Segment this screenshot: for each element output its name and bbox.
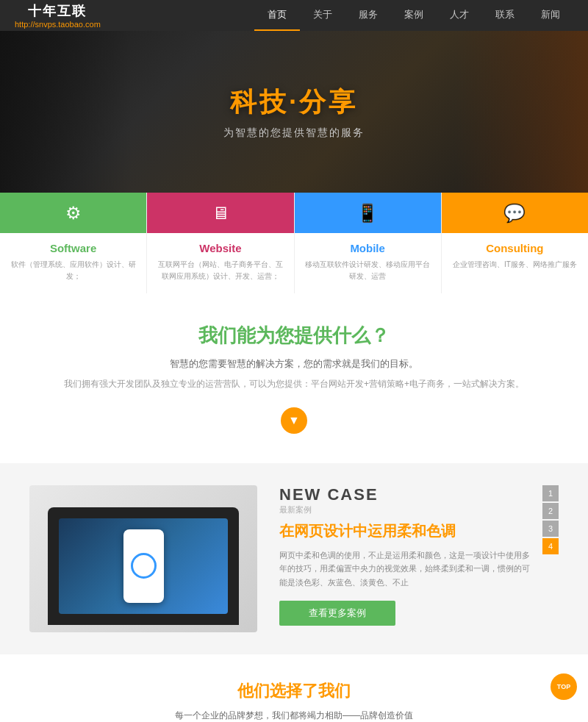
back-to-top-button[interactable]: TOP: [551, 673, 577, 700]
software-body: Software 软件（管理系统、应用软件）设计、研发；: [0, 233, 146, 293]
header: 十年互联 http://snvps.taobao.com 首页 关于 服务 案例…: [0, 0, 588, 31]
logo-url: http://snvps.taobao.com: [15, 20, 101, 29]
newcase-label: NEW CASE: [279, 485, 535, 504]
mobile-body: Mobile 移动互联软件设计研发、移动应用平台研发、运营: [295, 233, 441, 293]
service-card-consulting[interactable]: 💬 Consulting 企业管理咨询、IT服务、网络推广服务: [442, 193, 588, 293]
hero-content: 科技·分享 为智慧的您提供智慧的服务: [223, 85, 365, 140]
chose-section: 他们选择了我们 每一个企业的品牌梦想，我们都将竭力相助——品牌创造价值 我们长期…: [0, 654, 588, 722]
phone-circle-icon: [131, 553, 157, 579]
nav-item-about[interactable]: 关于: [300, 0, 345, 31]
hero-subtitle: 为智慧的您提供智慧的服务: [223, 126, 365, 140]
consulting-body: Consulting 企业管理咨询、IT服务、网络推广服务: [442, 233, 588, 282]
newcase-image: [29, 485, 257, 632]
provide-subtitle: 智慧的您需要智慧的解决方案，您的需求就是我们的目标。: [15, 357, 573, 371]
provide-title: 我们能为您提供什么？: [15, 323, 573, 349]
case-num-4[interactable]: 4: [542, 538, 559, 554]
nav-item-talent[interactable]: 人才: [437, 0, 482, 31]
provide-section: 我们能为您提供什么？ 智慧的您需要智慧的解决方案，您的需求就是我们的目标。 我们…: [0, 293, 588, 463]
nav-item-news[interactable]: 新闻: [528, 0, 573, 31]
case-num-2[interactable]: 2: [542, 503, 559, 519]
mobile-icon-bar: 📱: [295, 193, 441, 233]
logo[interactable]: 十年互联 http://snvps.taobao.com: [15, 2, 101, 29]
newcase-top-row: NEW CASE 最新案例 在网页设计中运用柔和色调 网页中柔和色调的使用，不止…: [279, 485, 559, 626]
newcase-text-block: NEW CASE 最新案例 在网页设计中运用柔和色调 网页中柔和色调的使用，不止…: [279, 485, 535, 626]
newcase-title: 在网页设计中运用柔和色调: [279, 521, 535, 541]
laptop-shape: [48, 507, 239, 625]
chose-title: 他们选择了我们: [15, 680, 573, 702]
nav-item-case[interactable]: 案例: [391, 0, 437, 31]
software-icon-bar: ⚙: [0, 193, 146, 233]
case-num-3[interactable]: 3: [542, 521, 559, 537]
down-arrow-icon: ▼: [281, 407, 307, 434]
chose-desc: 每一个企业的品牌梦想，我们都将竭力相助——品牌创造价值: [15, 710, 573, 722]
main-nav: 首页 关于 服务 案例 人才 联系 新闻: [254, 0, 573, 31]
nav-item-service[interactable]: 服务: [345, 0, 391, 31]
hero-title: 科技·分享: [223, 85, 365, 121]
service-card-software[interactable]: ⚙ Software 软件（管理系统、应用软件）设计、研发；: [0, 193, 147, 293]
case-num-1[interactable]: 1: [542, 485, 559, 501]
website-desc: 互联网平台（网站、电子商务平台、互联网应用系统）设计、开发、运营；: [154, 259, 286, 282]
consulting-title: Consulting: [449, 242, 581, 254]
mobile-desc: 移动互联软件设计研发、移动应用平台研发、运营: [302, 259, 434, 282]
hero-banner: 科技·分享 为智慧的您提供智慧的服务: [0, 31, 588, 193]
provide-desc: 我们拥有强大开发团队及独立专业的运营营队，可以为您提供：平台网站开发+营销策略+…: [15, 376, 573, 393]
service-card-website[interactable]: 🖥 Website 互联网平台（网站、电子商务平台、互联网应用系统）设计、开发、…: [147, 193, 294, 293]
newcase-content: NEW CASE 最新案例 在网页设计中运用柔和色调 网页中柔和色调的使用，不止…: [279, 485, 559, 626]
mobile-title: Mobile: [302, 242, 434, 254]
nav-item-contact[interactable]: 联系: [482, 0, 528, 31]
logo-title: 十年互联: [28, 2, 87, 20]
service-cards: ⚙ Software 软件（管理系统、应用软件）设计、研发； 🖥 Website…: [0, 193, 588, 293]
newcase-section: NEW CASE 最新案例 在网页设计中运用柔和色调 网页中柔和色调的使用，不止…: [0, 463, 588, 654]
website-body: Website 互联网平台（网站、电子商务平台、互联网应用系统）设计、开发、运营…: [147, 233, 293, 293]
newcase-text: 网页中柔和色调的使用，不止是运用柔和颜色，这是一项设计中使用多年的技巧，用柔偏置…: [279, 548, 535, 590]
service-card-mobile[interactable]: 📱 Mobile 移动互联软件设计研发、移动应用平台研发、运营: [295, 193, 442, 293]
website-icon-bar: 🖥: [147, 193, 293, 233]
newcase-sublabel: 最新案例: [279, 504, 535, 515]
case-number-list: 1 2 3 4: [542, 485, 559, 554]
laptop-screen: [59, 518, 228, 614]
consulting-desc: 企业管理咨询、IT服务、网络推广服务: [449, 259, 581, 271]
newcase-more-button[interactable]: 查看更多案例: [279, 601, 395, 626]
consulting-icon-bar: 💬: [442, 193, 588, 233]
phone-graphic: [123, 529, 164, 603]
website-title: Website: [154, 242, 286, 254]
software-desc: 软件（管理系统、应用软件）设计、研发；: [7, 259, 139, 282]
software-title: Software: [7, 242, 139, 254]
nav-item-home[interactable]: 首页: [254, 0, 300, 31]
